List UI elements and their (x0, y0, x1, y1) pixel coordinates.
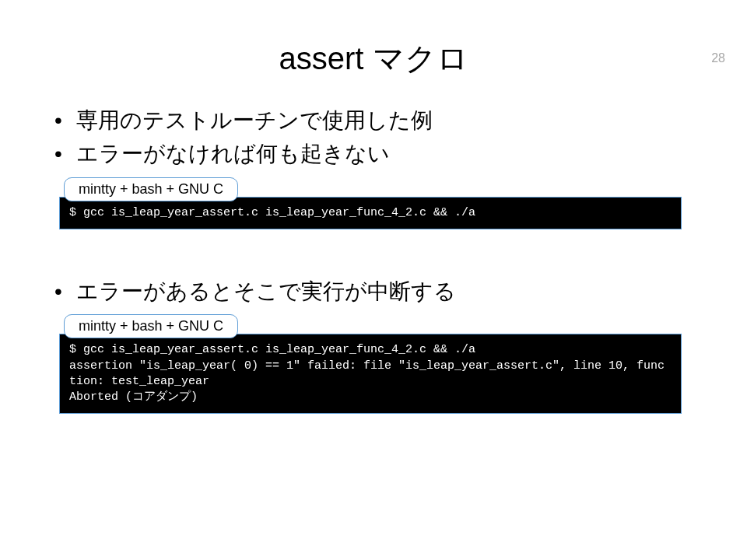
slide-title: assert マクロ (0, 37, 747, 80)
slide: 28 assert マクロ 専用のテストルーチンで使用した例 エラーがなければ何… (0, 37, 747, 560)
terminal-group-1: mintty + bash + GNU C $ gcc is_leap_year… (59, 177, 682, 229)
page-number: 28 (711, 51, 725, 65)
bullet-item: エラーがあるとそこで実行が中断する (54, 275, 747, 308)
terminal-output: $ gcc is_leap_year_assert.c is_leap_year… (59, 197, 682, 229)
terminal-label: mintty + bash + GNU C (64, 314, 238, 338)
bullets-top: 専用のテストルーチンで使用した例 エラーがなければ何も起きない (54, 103, 747, 171)
terminal-output: $ gcc is_leap_year_assert.c is_leap_year… (59, 334, 682, 414)
bullet-item: 専用のテストルーチンで使用した例 (54, 103, 747, 137)
bullet-item: エラーがなければ何も起きない (54, 137, 747, 170)
bullets-bottom: エラーがあるとそこで実行が中断する (54, 275, 747, 308)
terminal-group-2: mintty + bash + GNU C $ gcc is_leap_year… (59, 314, 682, 414)
terminal-label: mintty + bash + GNU C (64, 177, 238, 201)
